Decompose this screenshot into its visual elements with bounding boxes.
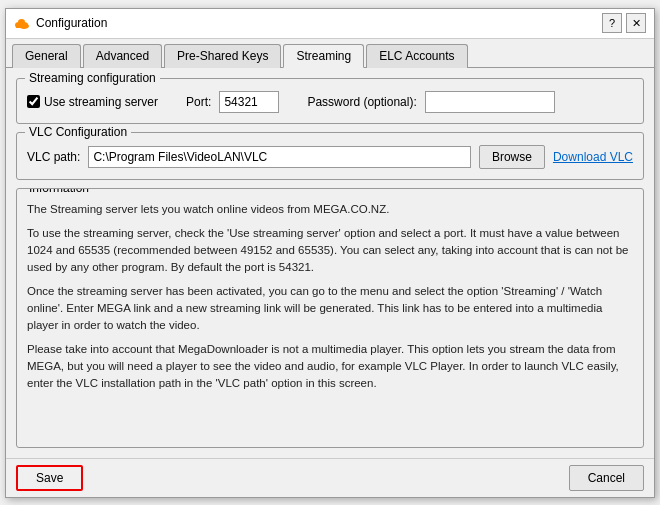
app-icon <box>14 15 30 31</box>
tab-streaming[interactable]: Streaming <box>283 44 364 68</box>
password-label: Password (optional): <box>307 95 416 109</box>
streaming-config-row: Use streaming server Port: Password (opt… <box>27 91 633 113</box>
use-streaming-checkbox[interactable] <box>27 95 40 108</box>
window-controls: ? ✕ <box>602 13 646 33</box>
footer: Save Cancel <box>6 458 654 497</box>
streaming-config-group: Streaming configuration Use streaming se… <box>16 78 644 124</box>
use-streaming-label[interactable]: Use streaming server <box>27 95 158 109</box>
browse-button[interactable]: Browse <box>479 145 545 169</box>
help-button[interactable]: ? <box>602 13 622 33</box>
port-input[interactable] <box>219 91 279 113</box>
main-content: Streaming configuration Use streaming se… <box>6 68 654 458</box>
configuration-window: Configuration ? ✕ General Advanced Pre-S… <box>5 8 655 498</box>
vlc-path-label: VLC path: <box>27 150 80 164</box>
tabs-bar: General Advanced Pre-Shared Keys Streami… <box>6 39 654 68</box>
information-title: Information <box>25 188 93 195</box>
info-paragraph-2: To use the streaming server, check the '… <box>27 225 633 275</box>
vlc-row: VLC path: Browse Download VLC <box>27 145 633 169</box>
svg-rect-4 <box>16 25 28 28</box>
vlc-config-title: VLC Configuration <box>25 125 131 139</box>
password-input[interactable] <box>425 91 555 113</box>
streaming-config-title: Streaming configuration <box>25 71 160 85</box>
information-text: The Streaming server lets you watch onli… <box>27 201 633 392</box>
tab-elc-accounts[interactable]: ELC Accounts <box>366 44 467 68</box>
vlc-path-input[interactable] <box>88 146 471 168</box>
info-paragraph-4: Please take into account that MegaDownlo… <box>27 341 633 391</box>
info-paragraph-1: The Streaming server lets you watch onli… <box>27 201 633 218</box>
tab-advanced[interactable]: Advanced <box>83 44 162 68</box>
tab-pre-shared-keys[interactable]: Pre-Shared Keys <box>164 44 281 68</box>
port-label: Port: <box>186 95 211 109</box>
info-paragraph-3: Once the streaming server has been activ… <box>27 283 633 333</box>
window-title: Configuration <box>36 16 602 30</box>
download-vlc-link[interactable]: Download VLC <box>553 150 633 164</box>
use-streaming-text: Use streaming server <box>44 95 158 109</box>
tab-general[interactable]: General <box>12 44 81 68</box>
information-group: Information The Streaming server lets yo… <box>16 188 644 448</box>
save-button[interactable]: Save <box>16 465 83 491</box>
close-button[interactable]: ✕ <box>626 13 646 33</box>
cancel-button[interactable]: Cancel <box>569 465 644 491</box>
vlc-config-group: VLC Configuration VLC path: Browse Downl… <box>16 132 644 180</box>
title-bar: Configuration ? ✕ <box>6 9 654 39</box>
